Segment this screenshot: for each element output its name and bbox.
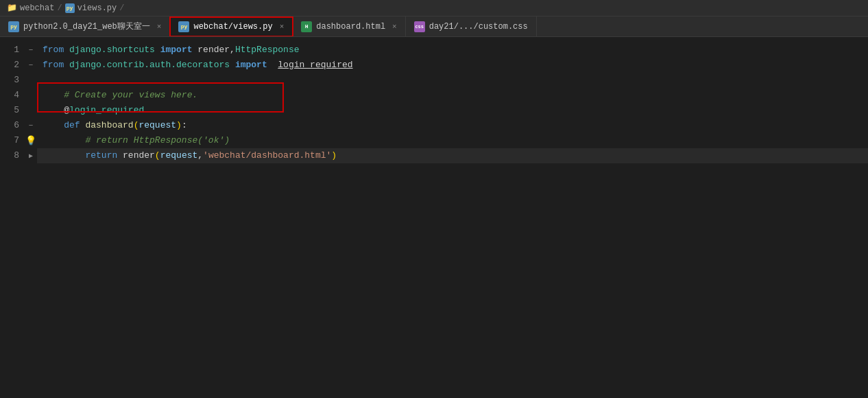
at-symbol: @ [64, 103, 69, 118]
code-line-8: return render(request,'webchat/dashboard… [37, 148, 868, 163]
colon-6: : [182, 118, 187, 133]
code-line-5: @login_required [37, 103, 868, 118]
indent-5 [43, 103, 64, 118]
code-line-3 [37, 73, 868, 88]
gutter-lightbulb-7[interactable]: 💡 [25, 133, 37, 148]
fn-render-1: render, [197, 43, 235, 58]
tab-custom-css[interactable]: css day21/.../custom.css [406, 16, 537, 36]
gutter: − − − 💡 ▶ [25, 37, 37, 394]
line-num-2: 2 [0, 58, 25, 73]
code-line-1: from django.shortcuts import render,Http… [37, 43, 868, 58]
tab-python-day21[interactable]: py python2.0_day21_web聊天室一 × [0, 16, 170, 36]
breadcrumb-webchat[interactable]: webchat [20, 3, 54, 13]
code-line-4: # Create your views here. [37, 88, 868, 103]
paren-open-8: ( [155, 148, 160, 163]
param-request-6: request [138, 118, 176, 133]
module-1: django.shortcuts [69, 43, 155, 58]
comment-line7: # return HttpResponse('ok') [85, 133, 230, 148]
tab-html-icon: H [301, 21, 312, 32]
gutter-collapse-6[interactable]: − [25, 118, 37, 133]
breadcrumb-sep1: / [57, 3, 62, 13]
line-numbers: 1 2 3 4 5 6 7 8 [0, 37, 25, 394]
kw-import-2: import [235, 58, 267, 73]
breadcrumb-sep2: / [119, 3, 124, 13]
kw-return-8: return [85, 148, 117, 163]
comment-line4: # Create your views here. [64, 88, 197, 103]
line-num-3: 3 [0, 73, 25, 88]
decorator-login-required: login_required [69, 103, 144, 118]
tab-py-icon-2: py [178, 21, 189, 32]
tab-close-3[interactable]: × [392, 23, 397, 31]
import-login-required: login_required [278, 58, 352, 73]
code-wrapper: from django.shortcuts import render,Http… [37, 37, 868, 394]
paren-close-6: ) [176, 118, 182, 133]
fn-render-8: render [123, 148, 155, 163]
gutter-arrow-8: ▶ [25, 148, 37, 163]
breadcrumb-folder-icon: 📁 [7, 3, 17, 13]
indent-8 [43, 148, 85, 163]
gutter-collapse-2[interactable]: − [25, 58, 37, 73]
tab-close-2[interactable]: × [280, 23, 285, 31]
code-area: 1 2 3 4 5 6 7 8 − − − 💡 ▶ from django.sh… [0, 37, 868, 394]
tab-css-icon: css [414, 21, 425, 32]
tab-label-3: dashboard.html [316, 22, 385, 32]
gutter-empty-4 [25, 88, 37, 103]
line-num-5: 5 [0, 103, 25, 118]
line-num-1: 1 [0, 43, 25, 58]
breadcrumb-viewspy[interactable]: views.py [77, 3, 117, 13]
tab-py-icon-1: py [8, 21, 19, 32]
fn-dashboard: dashboard [85, 118, 133, 133]
code-line-2: from django.contrib.auth.decorators impo… [37, 58, 868, 73]
gutter-empty-3 [25, 73, 37, 88]
param-request-8: request [160, 148, 198, 163]
code-content[interactable]: from django.shortcuts import render,Http… [37, 37, 868, 394]
line-num-8: 8 [0, 148, 25, 163]
paren-open-6: ( [134, 118, 139, 133]
code-line-6: def dashboard(request): [37, 118, 868, 133]
tab-webchat-views[interactable]: py webchat/views.py × [170, 16, 293, 36]
paren-close-8: ) [331, 148, 337, 163]
kw-import-1: import [160, 43, 193, 58]
comma-8: , [197, 148, 203, 163]
indent-6 [43, 118, 64, 133]
gutter-empty-5 [25, 103, 37, 118]
tab-label-4: day21/.../custom.css [429, 22, 528, 32]
breadcrumb-py-icon: py [65, 3, 75, 13]
tab-label-2: webchat/views.py [193, 22, 272, 32]
tab-dashboard-html[interactable]: H dashboard.html × [293, 16, 405, 36]
gutter-collapse-1[interactable]: − [25, 43, 37, 58]
breadcrumb: 📁 webchat / py views.py / [0, 0, 868, 16]
kw-from-1: from [43, 43, 64, 58]
tab-label-1: python2.0_day21_web聊天室一 [23, 21, 150, 32]
code-line-7: # return HttpResponse('ok') [37, 133, 868, 148]
line-num-6: 6 [0, 118, 25, 133]
indent-4 [43, 88, 64, 103]
tab-close-1[interactable]: × [157, 23, 162, 31]
indent-7 [43, 133, 85, 148]
kw-from-2: from [43, 58, 64, 73]
kw-def-6: def [64, 118, 80, 133]
class-httpresponse: HttpResponse [235, 43, 300, 58]
string-path-8: 'webchat/dashboard.html' [203, 148, 331, 163]
line-num-4: 4 [0, 88, 25, 103]
line-num-7: 7 [0, 133, 25, 148]
module-2: django.contrib.auth.decorators [69, 58, 230, 73]
tabs-bar: py python2.0_day21_web聊天室一 × py webchat/… [0, 16, 868, 37]
